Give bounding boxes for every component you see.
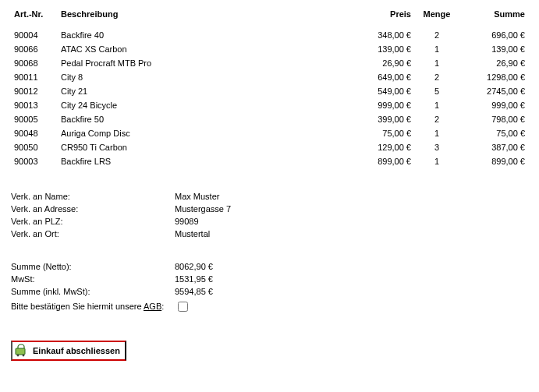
- cell-art: 90048: [11, 126, 58, 140]
- cell-summe: 387,00 €: [459, 140, 528, 154]
- cell-summe: 75,00 €: [459, 126, 528, 140]
- agb-checkbox[interactable]: [178, 302, 188, 312]
- cell-menge: 1: [414, 42, 459, 56]
- ship-plz-value: 99089: [175, 217, 199, 226]
- table-row: 90066ATAC XS Carbon139,00 €1139,00 €: [11, 42, 528, 56]
- cell-summe: 1298,00 €: [459, 70, 528, 84]
- header-desc: Beschreibung: [58, 8, 346, 28]
- agb-text-pre: Bitte bestätigen Sie hiermit unsere: [11, 302, 144, 311]
- cell-preis: 26,90 €: [346, 56, 414, 70]
- ship-name-value: Max Muster: [175, 192, 219, 201]
- checkout-button[interactable]: Einkauf abschliessen: [11, 341, 126, 361]
- ship-addr-label: Verk. an Adresse:: [11, 204, 175, 214]
- header-menge: Menge: [414, 8, 459, 28]
- cell-art: 90012: [11, 84, 58, 98]
- cell-preis: 399,00 €: [346, 112, 414, 126]
- cell-desc: CR950 Ti Carbon: [58, 140, 346, 154]
- ship-plz-row: Verk. an PLZ: 99089: [11, 215, 528, 228]
- cell-desc: City 8: [58, 70, 346, 84]
- cell-desc: Pedal Procraft MTB Pro: [58, 56, 346, 70]
- totals-section: Summe (Netto): 8062,90 € MwSt: 1531,95 €…: [11, 260, 528, 316]
- cell-summe: 139,00 €: [459, 42, 528, 56]
- ship-addr-row: Verk. an Adresse: Mustergasse 7: [11, 203, 528, 215]
- cell-preis: 348,00 €: [346, 28, 414, 42]
- cell-menge: 1: [414, 126, 459, 140]
- cell-preis: 549,00 €: [346, 84, 414, 98]
- table-row: 90012City 21549,00 €52745,00 €: [11, 84, 528, 98]
- cell-menge: 1: [414, 56, 459, 70]
- table-row: 90004Backfire 40348,00 €2696,00 €: [11, 28, 528, 42]
- agb-text-post: :: [161, 302, 164, 311]
- cell-art: 90005: [11, 112, 58, 126]
- cell-summe: 26,90 €: [459, 56, 528, 70]
- cell-desc: ATAC XS Carbon: [58, 42, 346, 56]
- cell-summe: 696,00 €: [459, 28, 528, 42]
- cell-art: 90068: [11, 56, 58, 70]
- ship-plz-label: Verk. an PLZ:: [11, 217, 175, 226]
- cell-menge: 2: [414, 28, 459, 42]
- mwst-value: 1531,95 €: [175, 274, 213, 284]
- ship-name-label: Verk. an Name:: [11, 192, 175, 201]
- svg-rect-0: [16, 348, 25, 355]
- cell-desc: Backfire LRS: [58, 154, 346, 168]
- cell-menge: 2: [414, 70, 459, 84]
- cell-preis: 139,00 €: [346, 42, 414, 56]
- ship-addr-value: Mustergasse 7: [175, 204, 231, 214]
- svg-point-1: [17, 355, 20, 357]
- cell-art: 90003: [11, 154, 58, 168]
- cell-menge: 5: [414, 84, 459, 98]
- table-row: 90048Auriga Comp Disc75,00 €175,00 €: [11, 126, 528, 140]
- mwst-label: MwSt:: [11, 274, 175, 284]
- cell-desc: City 21: [58, 84, 346, 98]
- netto-row: Summe (Netto): 8062,90 €: [11, 260, 528, 273]
- cell-desc: Backfire 50: [58, 112, 346, 126]
- agb-checkbox-cell: [175, 299, 190, 314]
- gross-label: Summe (inkl. MwSt):: [11, 287, 175, 296]
- cell-art: 90050: [11, 140, 58, 154]
- cell-menge: 2: [414, 112, 459, 126]
- cell-preis: 899,00 €: [346, 154, 414, 168]
- agb-link[interactable]: AGB: [144, 302, 161, 311]
- cell-preis: 649,00 €: [346, 70, 414, 84]
- cell-art: 90011: [11, 70, 58, 84]
- cell-menge: 1: [414, 98, 459, 112]
- svg-point-2: [23, 355, 25, 357]
- cart-icon: [14, 344, 28, 358]
- cell-desc: Backfire 40: [58, 28, 346, 42]
- cell-desc: Auriga Comp Disc: [58, 126, 346, 140]
- cell-summe: 899,00 €: [459, 154, 528, 168]
- cell-art: 90066: [11, 42, 58, 56]
- header-preis: Preis: [346, 8, 414, 28]
- ship-ort-row: Verk. an Ort: Mustertal: [11, 228, 528, 240]
- mwst-row: MwSt: 1531,95 €: [11, 273, 528, 285]
- ship-ort-label: Verk. an Ort:: [11, 229, 175, 238]
- table-header-row: Art.-Nr. Beschreibung Preis Menge Summe: [11, 8, 528, 28]
- netto-label: Summe (Netto):: [11, 262, 175, 271]
- header-summe: Summe: [459, 8, 528, 28]
- header-art: Art.-Nr.: [11, 8, 58, 28]
- table-row: 90068Pedal Procraft MTB Pro26,90 €126,90…: [11, 56, 528, 70]
- table-row: 90003Backfire LRS899,00 €1899,00 €: [11, 154, 528, 168]
- netto-value: 8062,90 €: [175, 262, 213, 271]
- table-row: 90050CR950 Ti Carbon129,00 €3387,00 €: [11, 140, 528, 154]
- shipping-section: Verk. an Name: Max Muster Verk. an Adres…: [11, 190, 528, 240]
- gross-row: Summe (inkl. MwSt): 9594,85 €: [11, 285, 528, 298]
- cell-preis: 129,00 €: [346, 140, 414, 154]
- ship-name-row: Verk. an Name: Max Muster: [11, 190, 528, 203]
- gross-value: 9594,85 €: [175, 287, 213, 296]
- cell-summe: 798,00 €: [459, 112, 528, 126]
- cell-summe: 999,00 €: [459, 98, 528, 112]
- cell-art: 90004: [11, 28, 58, 42]
- cell-preis: 999,00 €: [346, 98, 414, 112]
- table-row: 90005Backfire 50399,00 €2798,00 €: [11, 112, 528, 126]
- order-items-table: Art.-Nr. Beschreibung Preis Menge Summe …: [11, 8, 528, 168]
- table-row: 90013City 24 Bicycle999,00 €1999,00 €: [11, 98, 528, 112]
- cell-preis: 75,00 €: [346, 126, 414, 140]
- checkout-label: Einkauf abschliessen: [33, 346, 120, 355]
- cell-desc: City 24 Bicycle: [58, 98, 346, 112]
- cell-menge: 1: [414, 154, 459, 168]
- cell-art: 90013: [11, 98, 58, 112]
- ship-ort-value: Mustertal: [175, 229, 210, 238]
- table-row: 90011City 8649,00 €21298,00 €: [11, 70, 528, 84]
- cell-summe: 2745,00 €: [459, 84, 528, 98]
